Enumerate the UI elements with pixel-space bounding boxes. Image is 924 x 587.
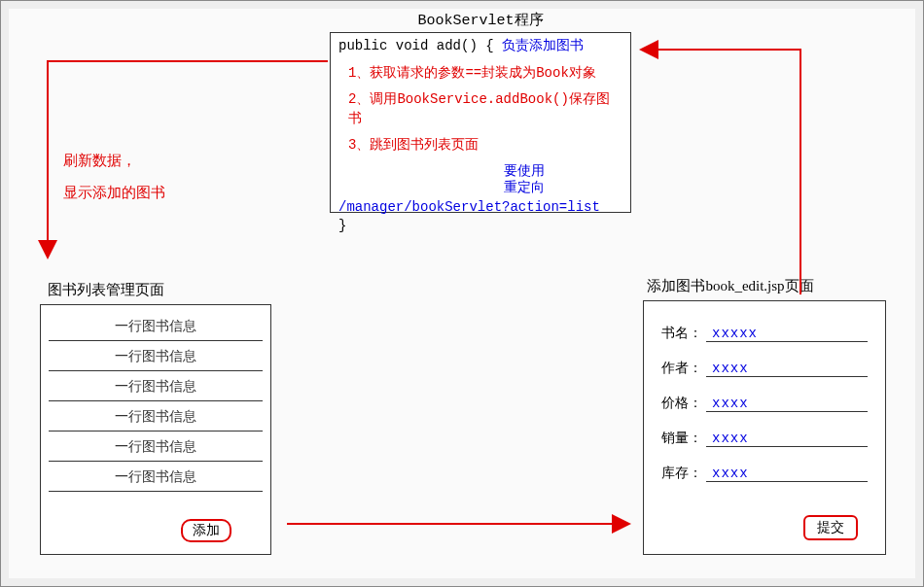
refresh-line-1: 刷新数据， bbox=[63, 145, 165, 177]
list-title: 图书列表管理页面 bbox=[48, 281, 164, 299]
field-label: 价格： bbox=[661, 395, 702, 412]
servlet-code-box: public void add() { 负责添加图书 1、获取请求的参数==封装… bbox=[330, 32, 631, 213]
submit-button-label: 提交 bbox=[817, 520, 844, 535]
diagram-canvas: BookServlet程序 public void add() { 负责添加图书… bbox=[0, 0, 924, 587]
servlet-title: BookServlet程序 bbox=[330, 11, 631, 29]
field-label: 库存： bbox=[661, 465, 702, 482]
field-input[interactable]: xxxx bbox=[706, 466, 868, 482]
field-label: 作者： bbox=[661, 360, 702, 377]
add-button[interactable]: 添加 bbox=[181, 519, 231, 542]
field-sales: 销量： xxxx bbox=[661, 430, 868, 447]
refresh-annotation: 刷新数据， 显示添加的图书 bbox=[63, 145, 165, 209]
servlet-step-3: 3、跳到图书列表页面 bbox=[348, 136, 622, 155]
field-name: 书名： xxxxx bbox=[661, 325, 868, 342]
servlet-signature-line: public void add() { 负责添加图书 bbox=[338, 37, 622, 56]
submit-button[interactable]: 提交 bbox=[803, 515, 858, 540]
refresh-line-2: 显示添加的图书 bbox=[63, 177, 165, 209]
field-author: 作者： xxxx bbox=[661, 360, 868, 377]
book-list-box: 一行图书信息 一行图书信息 一行图书信息 一行图书信息 一行图书信息 一行图书信… bbox=[40, 304, 271, 555]
list-row: 一行图书信息 bbox=[49, 341, 263, 371]
field-input[interactable]: xxxxx bbox=[706, 326, 868, 342]
field-price: 价格： xxxx bbox=[661, 395, 868, 412]
field-value: xxxx bbox=[706, 361, 749, 376]
field-stock: 库存： xxxx bbox=[661, 465, 868, 482]
book-edit-box: 书名： xxxxx 作者： xxxx 价格： xxxx 销量： xxxx 库存：… bbox=[643, 300, 886, 555]
field-value: xxxx bbox=[706, 396, 749, 411]
edit-title: 添加图书book_edit.jsp页面 bbox=[604, 277, 857, 295]
servlet-note-2: 重定向 bbox=[504, 180, 545, 195]
list-row: 一行图书信息 bbox=[49, 311, 263, 341]
list-row: 一行图书信息 bbox=[49, 401, 263, 432]
add-button-label: 添加 bbox=[193, 523, 220, 537]
diagram-inner: BookServlet程序 public void add() { 负责添加图书… bbox=[9, 9, 915, 578]
servlet-signature: public void add() { bbox=[338, 38, 494, 53]
servlet-note-1: 要使用 bbox=[504, 163, 545, 179]
list-row: 一行图书信息 bbox=[49, 432, 263, 462]
field-input[interactable]: xxxx bbox=[706, 361, 868, 377]
field-input[interactable]: xxxx bbox=[706, 431, 868, 447]
servlet-close-brace: } bbox=[338, 217, 622, 236]
field-label: 销量： bbox=[661, 430, 702, 447]
field-value: xxxx bbox=[706, 466, 749, 481]
servlet-note: 要使用 重定向 bbox=[504, 163, 622, 196]
list-row: 一行图书信息 bbox=[49, 371, 263, 401]
servlet-comment: 负责添加图书 bbox=[502, 38, 584, 53]
servlet-step-2: 2、调用BookService.addBook()保存图书 bbox=[348, 90, 622, 128]
servlet-step-1: 1、获取请求的参数==封装成为Book对象 bbox=[348, 64, 622, 84]
field-value: xxxxx bbox=[706, 326, 758, 341]
servlet-path: /manager/bookServlet?action=list bbox=[338, 198, 622, 218]
list-row: 一行图书信息 bbox=[49, 462, 263, 492]
field-value: xxxx bbox=[706, 431, 749, 446]
field-input[interactable]: xxxx bbox=[706, 396, 868, 412]
field-label: 书名： bbox=[661, 325, 702, 342]
